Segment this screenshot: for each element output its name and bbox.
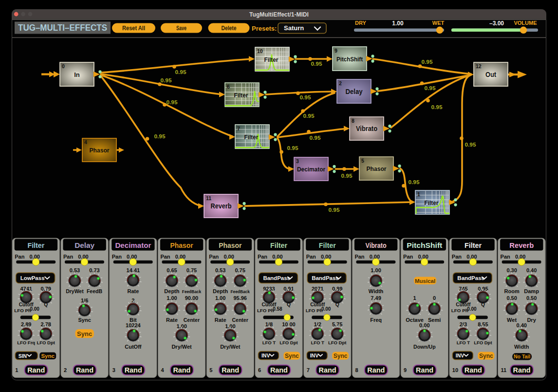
svg-text:Rand: Rand [27,366,45,374]
svg-text:Presets:: Presets: [252,25,277,32]
svg-text:LFO Dpt: LFO Dpt [279,340,298,345]
svg-text:0.95: 0.95 [329,206,340,213]
svg-text:TugMultiEffect/1-MIDI: TugMultiEffect/1-MIDI [249,11,309,18]
svg-text:No Tail: No Tail [514,354,530,359]
svg-text:0.00: 0.00 [127,254,137,260]
svg-text:0.00: 0.00 [321,254,331,260]
svg-text:Reset All: Reset All [122,25,145,32]
svg-text:DRY: DRY [355,20,366,26]
svg-text:0.95: 0.95 [161,77,172,84]
svg-text:CutOff: CutOff [125,344,142,350]
svg-text:0.50: 0.50 [506,295,517,301]
svg-text:Pan: Pan [15,254,24,260]
svg-text:Dry: Dry [527,317,536,323]
svg-text:Rate: Rate [166,317,178,323]
svg-text:Rate: Rate [215,317,226,323]
svg-text:0.53: 0.53 [70,267,80,273]
svg-text:Dry/Wet: Dry/Wet [220,344,241,350]
svg-text:Filter: Filter [244,133,259,141]
svg-text:0.00: 0.00 [370,254,380,260]
svg-text:Sync: Sync [41,353,55,359]
svg-text:WET: WET [432,20,445,26]
svg-text:Rand: Rand [416,366,433,374]
svg-text:Semi: Semi [428,317,441,323]
svg-text:0.95: 0.95 [303,112,315,119]
svg-text:Wet: Wet [507,317,517,323]
svg-text:Filter: Filter [465,241,482,249]
svg-text:Sync: Sync [78,317,91,323]
svg-text:0.30: 0.30 [506,267,517,273]
svg-text:Phasor: Phasor [219,241,242,249]
svg-text:Phasor: Phasor [90,147,110,154]
svg-text:Q: Q [287,302,291,307]
svg-text:Depth: Depth [213,288,228,294]
svg-text:LFO Ph: LFO Ph [257,308,274,313]
svg-text:8: 8 [352,118,354,124]
svg-text:6: 6 [258,367,261,373]
svg-text:In: In [74,71,80,78]
svg-text:0.73: 0.73 [89,267,99,273]
svg-text:LFO T: LFO T [311,340,324,345]
svg-text:5: 5 [361,158,364,164]
svg-text:0.95: 0.95 [431,104,443,111]
svg-text:Save: Save [176,25,186,32]
svg-text:FeedB: FeedB [87,288,103,294]
svg-text:0.00: 0.00 [175,254,186,260]
svg-text:0.95: 0.95 [425,85,436,92]
svg-text:Rand: Rand [367,366,385,374]
svg-text:INV: INV [456,353,465,358]
svg-text:5: 5 [209,367,212,373]
svg-text:0: 0 [433,295,436,301]
svg-text:0.00: 0.00 [78,254,88,260]
svg-text:0.95: 0.95 [311,60,322,67]
svg-text:BandPass: BandPass [312,275,339,281]
svg-text:0.00: 0.00 [467,306,477,312]
svg-text:7: 7 [237,126,240,131]
svg-text:0.58: 0.58 [273,306,282,312]
svg-text:0.00: 0.00 [29,254,39,260]
svg-text:Rand: Rand [222,366,239,374]
svg-text:PitchShift: PitchShift [336,56,363,63]
svg-text:Rand: Rand [319,366,336,374]
svg-text:0.95: 0.95 [167,99,178,106]
svg-text:Freq: Freq [370,317,382,323]
svg-text:0.95: 0.95 [287,145,298,151]
svg-text:Saturn: Saturn [284,24,304,32]
svg-text:1.00: 1.00 [215,295,225,301]
svg-text:Damp: Damp [524,288,539,294]
svg-text:12: 12 [476,63,482,69]
svg-text:0.40: 0.40 [526,267,537,273]
svg-text:SIN: SIN [19,353,27,359]
svg-text:95.96: 95.96 [233,295,247,301]
svg-text:Pan: Pan [501,254,510,260]
svg-text:Filter: Filter [425,199,439,206]
svg-text:Phasor: Phasor [170,241,193,249]
svg-text:Rand: Rand [76,366,93,374]
svg-text:10: 10 [257,48,263,54]
svg-text:0.75: 0.75 [235,267,245,273]
svg-text:0.53: 0.53 [215,267,225,273]
svg-text:VOLUME: VOLUME [514,20,537,26]
svg-text:Center: Center [184,317,200,323]
svg-text:LFO T: LFO T [457,340,470,345]
svg-text:Pan: Pan [63,254,73,260]
svg-text:11: 11 [206,195,211,201]
svg-text:–3.00: –3.00 [489,20,504,27]
svg-text:Dry/Wet: Dry/Wet [171,344,192,350]
svg-text:Vibrato: Vibrato [356,125,377,132]
svg-text:LFO T: LFO T [262,340,276,345]
svg-text:LowPass: LowPass [20,275,45,281]
svg-text:Phasor: Phasor [367,165,387,172]
svg-text:0.50: 0.50 [526,295,537,301]
svg-text:11: 11 [501,367,507,373]
svg-text:Decimator: Decimator [115,241,151,249]
svg-text:0.95: 0.95 [175,69,186,75]
svg-text:Rand: Rand [125,366,142,374]
svg-text:Pan: Pan [354,254,364,260]
svg-text:LFO Dpt: LFO Dpt [37,340,55,345]
svg-text:Sync: Sync [77,330,92,337]
svg-text:Width: Width [514,344,529,350]
svg-text:Pan: Pan [160,254,170,260]
svg-text:0.95: 0.95 [154,133,166,140]
svg-text:Sync: Sync [479,353,493,359]
